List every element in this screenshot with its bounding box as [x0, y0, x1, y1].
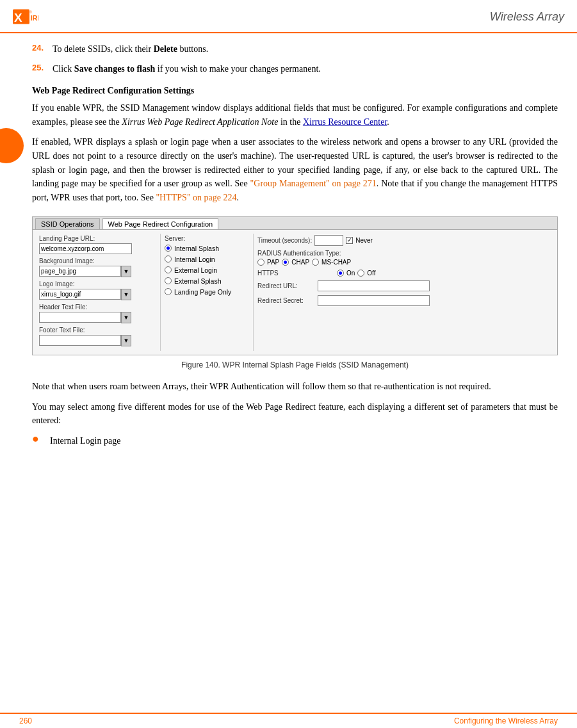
redirect-url-label: Redirect URL:	[257, 282, 315, 289]
redirect-url-row: Redirect URL:	[257, 280, 551, 291]
header-text-file-dropdown-arrow[interactable]: ▼	[121, 312, 131, 323]
figure-left-col: Landing Page URL: Background Image: ▼ Lo…	[35, 234, 160, 351]
radius-pap-label: PAP	[267, 259, 279, 266]
radius-auth-label: RADIUS Authentication Type:	[257, 250, 551, 257]
para2-end: .	[237, 193, 240, 202]
xirrus-resource-center-link[interactable]: Xirrus Resource Center	[303, 117, 387, 127]
para1-mid: in the	[278, 117, 303, 127]
https-row: HTTPS On Off	[257, 270, 551, 277]
timeout-label: Timeout (seconds):	[257, 237, 312, 244]
item-24-number: 24.	[32, 43, 53, 53]
figure-box: SSID Operations Web Page Redirect Config…	[32, 216, 558, 355]
redirect-secret-input[interactable]	[318, 295, 430, 306]
para1-end: .	[387, 117, 389, 127]
footer-page-number: 260	[19, 716, 32, 725]
footer-section: Configuring the Wireless Array	[454, 716, 558, 725]
tab-web-page-redirect[interactable]: Web Page Redirect Configuration	[102, 218, 219, 229]
server-internal-splash-label: Internal Splash	[174, 245, 219, 252]
server-external-splash-row: External Splash	[165, 277, 249, 285]
server-external-splash-label: External Splash	[174, 277, 222, 285]
https-off-label: Off	[367, 270, 375, 277]
svg-text:®: ®	[30, 10, 33, 14]
logo-image-input[interactable]	[39, 289, 121, 300]
redirect-secret-row: Redirect Secret:	[257, 295, 551, 306]
timeout-never-label: Never	[355, 237, 373, 244]
server-internal-login-label: Internal Login	[174, 255, 215, 263]
https-label: HTTPS	[257, 270, 334, 277]
redirect-url-input[interactable]	[318, 280, 430, 291]
figure-middle-col: Server: Internal Splash Internal Login E…	[160, 234, 253, 351]
header-text-file-input[interactable]	[39, 312, 121, 323]
server-internal-login-radio[interactable]	[165, 255, 172, 263]
item-24-text-before: To delete SSIDs, click their	[53, 44, 154, 54]
para2-link1[interactable]: "Group Management" on page 271	[250, 179, 377, 188]
landing-page-url-row: Landing Page URL:	[39, 235, 156, 254]
server-landing-page-only-radio[interactable]	[165, 288, 172, 295]
section-heading: Web Page Redirect Configuration Settings	[32, 86, 558, 96]
item-25-bold: Save changes to flash	[74, 64, 155, 74]
server-internal-splash-row: Internal Splash	[165, 245, 249, 252]
para1-italic: Xirrus Web Page Redirect Application Not…	[122, 117, 278, 127]
server-external-login-label: External Login	[174, 266, 217, 274]
item-24-bold: Delete	[154, 44, 177, 54]
logo-icon-svg: X IRRUS ®	[13, 5, 38, 28]
radius-chap-radio[interactable]	[282, 259, 289, 266]
list-item-24: 24. To delete SSIDs, click their Delete …	[32, 42, 558, 56]
figure-body: Landing Page URL: Background Image: ▼ Lo…	[33, 230, 557, 355]
radius-mschap-radio[interactable]	[312, 259, 319, 266]
server-external-login-radio[interactable]	[165, 266, 172, 273]
header-text-file-row: Header Text File: ▼	[39, 303, 156, 323]
background-image-dropdown-arrow[interactable]: ▼	[121, 266, 131, 277]
server-internal-splash-radio[interactable]	[165, 245, 172, 252]
footer-text-file-dropdown-arrow[interactable]: ▼	[121, 335, 131, 346]
footer-text-file-input[interactable]	[39, 335, 121, 346]
svg-text:IRRUS: IRRUS	[31, 14, 39, 22]
paragraph-4: You may select among five different mode…	[32, 400, 558, 428]
logo-image-dropdown-arrow[interactable]: ▼	[121, 289, 131, 300]
header-text-file-select: ▼	[39, 312, 156, 323]
footer-text-file-select: ▼	[39, 335, 156, 346]
radius-pap-radio[interactable]	[257, 259, 264, 266]
item-25-text-before: Click	[53, 64, 74, 74]
landing-page-url-label: Landing Page URL:	[39, 235, 156, 242]
radius-chap-label: CHAP	[291, 259, 309, 266]
timeout-input[interactable]	[314, 235, 343, 246]
item-25-text-after: if you wish to make your changes permane…	[155, 64, 321, 74]
server-external-login-row: External Login	[165, 266, 249, 274]
list-item-25: 25. Click Save changes to flash if you w…	[32, 62, 558, 76]
timeout-never-checkbox[interactable]	[346, 237, 353, 244]
figure-caption: Figure 140. WPR Internal Splash Page Fie…	[32, 360, 558, 369]
item-24-content: To delete SSIDs, click their Delete butt…	[53, 42, 558, 56]
paragraph-3: Note that when users roam between Arrays…	[32, 380, 558, 394]
https-on-radio[interactable]	[337, 270, 344, 277]
figure-right-col: Timeout (seconds): Never RADIUS Authenti…	[253, 234, 555, 351]
redirect-secret-label: Redirect Secret:	[257, 297, 315, 304]
header-text-file-label: Header Text File:	[39, 303, 156, 311]
bullet-item-1: ● Internal Login page	[32, 434, 558, 448]
logo-image-select: ▼	[39, 289, 156, 300]
background-image-row: Background Image: ▼	[39, 257, 156, 277]
header-title: Wireless Array	[490, 10, 564, 24]
svg-text:X: X	[14, 11, 22, 24]
xirrus-logo: X IRRUS ®	[13, 5, 42, 28]
bullet-1-text: Internal Login page	[50, 434, 120, 448]
background-image-input[interactable]	[39, 266, 121, 277]
timeout-row: Timeout (seconds): Never	[257, 235, 551, 246]
logo-image-row: Logo Image: ▼	[39, 280, 156, 300]
landing-page-url-input[interactable]	[39, 243, 132, 254]
item-25-content: Click Save changes to flash if you wish …	[53, 62, 558, 76]
server-landing-page-only-row: Landing Page Only	[165, 288, 249, 296]
server-external-splash-radio[interactable]	[165, 277, 172, 284]
tab-ssid-operations[interactable]: SSID Operations	[35, 218, 100, 229]
server-label: Server:	[165, 235, 249, 242]
figure-tabs: SSID Operations Web Page Redirect Config…	[33, 217, 557, 230]
background-image-label: Background Image:	[39, 257, 156, 264]
https-off-radio[interactable]	[357, 270, 364, 277]
para2-link2[interactable]: "HTTPS" on page 224	[156, 193, 236, 202]
paragraph-1: If you enable WPR, the SSID Management w…	[32, 101, 558, 129]
background-image-select: ▼	[39, 266, 156, 277]
footer-text-file-row: Footer Text File: ▼	[39, 327, 156, 346]
server-landing-page-only-label: Landing Page Only	[174, 288, 231, 296]
https-on-label: On	[346, 270, 355, 277]
main-content: 24. To delete SSIDs, click their Delete …	[0, 33, 577, 462]
